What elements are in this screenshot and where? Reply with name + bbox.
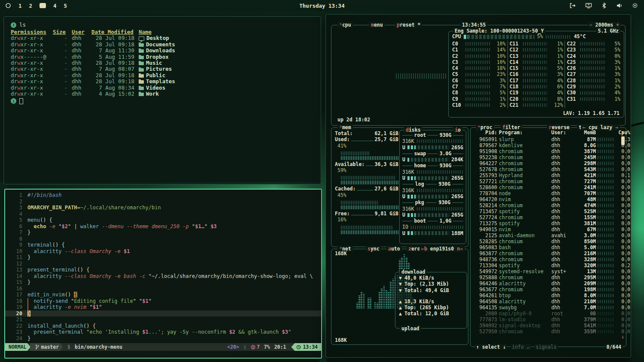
process-row[interactable]: 964227chromiumdhh298M0.0 <box>473 160 622 166</box>
process-row[interactable]: 925888chromiumdhh295M0.0 <box>473 275 622 281</box>
file-name-cell[interactable]: Music <box>139 60 321 66</box>
workspace-4[interactable]: 4 <box>53 3 57 9</box>
disk-name-row: boot1,0G <box>402 218 463 224</box>
volume-icon[interactable] <box>616 3 623 9</box>
process-row[interactable]: 952238chromiumdhh245M0.0 <box>473 154 622 160</box>
file-name-cell[interactable]: Work <box>139 91 321 97</box>
process-row[interactable]: 963677chromiumdhh198M0.0 <box>473 287 622 293</box>
process-row[interactable]: 963877chromiumdhh216M0.0 <box>473 250 622 256</box>
process-row[interactable]: 549972systemd-resolvesyst+13M0.0 <box>473 268 622 275</box>
size-cell: - <box>53 42 67 48</box>
process-row[interactable]: 2080napi/phy0-0root0B0.0 <box>473 311 622 317</box>
folder-icon <box>139 49 144 53</box>
cursor-position: 20:1 <box>274 344 286 350</box>
process-row[interactable]: 528600chromiumdhh241M0.0 <box>473 184 622 190</box>
process-row[interactable]: 949015nvimdhh67M0.0 <box>473 226 622 232</box>
scroll-up-arrow[interactable]: ↑ <box>621 129 624 135</box>
file-name-cell[interactable]: Desktop <box>139 35 321 41</box>
settings-icon[interactable] <box>632 3 638 9</box>
command-text: ls <box>19 22 26 28</box>
folder-icon <box>139 87 144 90</box>
preset-button[interactable]: preset * <box>395 22 422 28</box>
process-row[interactable]: 964720nvimdhh48M0.0 <box>473 196 622 202</box>
disk-name-row: pkg930G <box>402 199 463 205</box>
workspace-2[interactable]: 2 <box>29 3 33 9</box>
process-row[interactable]: 965091slurpdhh87M0.3 <box>473 136 622 142</box>
process-row[interactable]: 964508alacrittydhh210M0.0 <box>473 299 622 305</box>
process-row[interactable]: 527724chromiumdhh155M0.0 <box>473 214 622 220</box>
disks-title[interactable]: disks <box>404 127 422 133</box>
process-row[interactable]: 964261btopdhh8.0M0.0 <box>473 293 622 299</box>
workspace-3-active[interactable] <box>39 3 46 8</box>
process-row[interactable]: 255793Hyprlanddhh421M0.1 <box>473 172 622 178</box>
reverse-button[interactable]: reverse <box>547 124 571 130</box>
folder-icon <box>139 93 144 96</box>
net-sync-button[interactable]: sync <box>366 246 381 252</box>
process-row[interactable]: 2125avahi-daemonavahi3.0M0.0 <box>473 232 622 238</box>
file-name-cell[interactable]: Public <box>139 72 321 78</box>
update-interval[interactable]: − 2000ms + <box>588 22 621 28</box>
file-name-cell[interactable]: Documents <box>139 42 321 48</box>
omarchy-logo-icon[interactable] <box>5 3 11 9</box>
download-total: ▼Total: 49,4 GiB <box>399 287 463 293</box>
folder-open-icon <box>139 80 144 84</box>
filter-button[interactable]: filter <box>501 124 522 130</box>
process-row[interactable]: 713275spotifydhh381M0.0 <box>473 220 622 226</box>
file-name-cell[interactable]: Videos <box>139 85 321 91</box>
code-line: 4 <box>5 211 321 217</box>
date-cell: 28 Jul 09:18 <box>91 42 134 48</box>
process-row[interactable]: 951908chromiumdhh387M0.0 <box>473 148 622 154</box>
net-interface-switch[interactable]: ←b enp191s0 n→ <box>419 246 465 252</box>
file-name-cell[interactable]: Dropbox <box>139 54 321 60</box>
process-row[interactable]: 964246alacrittydhh209M0.0 <box>473 281 622 287</box>
process-row[interactable]: 777873lm-studiodhh379M0.0 <box>473 317 622 323</box>
screencast-icon[interactable] <box>585 3 592 9</box>
process-row[interactable]: 527678chromiumdhh543M0.0 <box>473 166 622 172</box>
size-cell: - <box>53 60 67 66</box>
editor-window-nvim[interactable]: 1#!/bin/bash23OMARCHY_BIN_PATH=~/.local/… <box>4 189 322 359</box>
size-cell: - <box>53 48 67 54</box>
process-row[interactable]: 527721chromiumdhh727M0.0 <box>473 178 622 184</box>
process-row[interactable]: 778704nodedhh707M0.0 <box>473 190 622 196</box>
bluetooth-icon[interactable] <box>601 3 607 9</box>
permissions-cell: drwxr-xr-x <box>11 48 49 54</box>
size-cell: - <box>53 35 67 41</box>
process-row[interactable]: 879567kdenlivedhh8.0G0.0 <box>473 142 622 148</box>
terminal-window-ls[interactable]: ❯ ls Permissions Size User Date Modified… <box>3 16 321 184</box>
menu-button[interactable]: menu <box>369 22 385 28</box>
signals-control[interactable]: signals <box>535 344 558 350</box>
logout-icon[interactable] <box>569 3 576 9</box>
process-row[interactable]: 394092signal-desktopdhh541M0.0 <box>473 323 622 329</box>
process-row[interactable]: 948736chromiumdhh328M0.0 <box>473 256 622 262</box>
download-title: download <box>400 269 427 275</box>
date-cell: 28 Jul 09:18 <box>91 35 134 41</box>
code-line: 19 alacritty -e nvim "$1" <box>5 304 321 311</box>
select-control[interactable]: ↑ select ↓ <box>475 344 507 350</box>
col-size: Size <box>53 29 67 35</box>
code-line: 12 <box>5 261 321 267</box>
sort-selector[interactable]: ← cpu lazy → <box>581 124 620 130</box>
code-line: 15} <box>5 279 321 286</box>
process-row[interactable]: 713304spotifydhh320M0.2 <box>473 262 622 268</box>
info-control[interactable]: info ↵ <box>510 344 531 350</box>
workspace-5[interactable]: 5 <box>64 3 67 9</box>
process-row[interactable]: 528285chromiumdhh850M0.0 <box>473 238 622 244</box>
file-name-cell[interactable]: Pictures <box>139 66 321 72</box>
net-auto-button[interactable]: auto <box>386 246 402 252</box>
scrollbar-thumb[interactable] <box>621 136 625 145</box>
file-name-cell[interactable]: Downloads <box>139 48 321 54</box>
core-row: C418% <box>452 65 506 71</box>
process-row[interactable]: 527950chromiumdhh355M0.0 <box>473 329 622 335</box>
shell-prompt-empty[interactable]: ❯ <box>11 98 321 104</box>
date-cell: 4 Aug 15:02 <box>91 91 134 97</box>
btop-window[interactable]: ¹cpu menu preset * 13:34:55 − 2000ms + u… <box>325 14 631 358</box>
process-row[interactable]: 964135swaybgdhh7.0M0.0 <box>473 305 622 311</box>
process-row[interactable]: 965083bashdhh5.0M0.0 <box>473 244 622 250</box>
folder-icon <box>139 62 144 65</box>
process-row[interactable]: 713457spotifydhh525M0.4 <box>473 208 622 214</box>
file-name-cell[interactable]: Templates <box>139 78 321 84</box>
process-row[interactable]: 528214chromiumdhh474M0.0 <box>473 202 622 208</box>
workspace-1[interactable]: 1 <box>18 3 22 9</box>
disk-name-row: home930G <box>402 163 463 169</box>
io-toggle[interactable]: io <box>453 127 462 133</box>
